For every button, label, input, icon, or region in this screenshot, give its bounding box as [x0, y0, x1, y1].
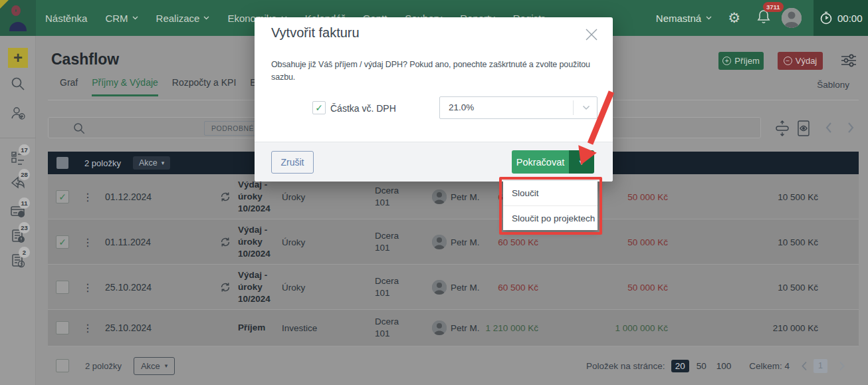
actions-dropdown-footer[interactable]: Akce▾: [134, 357, 175, 375]
select-all-checkbox-footer[interactable]: [56, 359, 69, 372]
continue-dropdown-toggle[interactable]: ▼: [569, 150, 594, 174]
menu-item-sloucit-po-projektech[interactable]: Sloučit po projektech: [503, 205, 597, 230]
filter-icon[interactable]: [841, 53, 857, 68]
timer-value: 00:00: [837, 13, 863, 24]
cancel-button[interactable]: Zrušit: [271, 151, 314, 174]
vat-checkbox-label: Částka vč. DPH: [330, 103, 396, 114]
add-new-button[interactable]: +: [8, 48, 28, 68]
chevron-left-icon[interactable]: [825, 122, 833, 134]
per-page-option-50[interactable]: 50: [694, 360, 709, 372]
avatar: [432, 235, 447, 249]
caret-down-icon: ▾: [165, 362, 168, 369]
amount-gross: 60 500 Kč: [498, 282, 538, 292]
app-logo[interactable]: [0, 0, 36, 36]
tab-graf[interactable]: Graf: [60, 77, 78, 96]
kebab-menu-icon[interactable]: ⋮: [82, 190, 93, 203]
vat-rate-select[interactable]: 21.0%: [439, 96, 597, 119]
per-page-option-100[interactable]: 100: [714, 360, 734, 372]
avatar: [432, 280, 447, 295]
nav-right-cluster: Nemastná ⚙ 3711 00:00: [656, 0, 868, 36]
sidebar-search-button[interactable]: [10, 76, 26, 92]
selection-count: 2 položky: [84, 158, 121, 168]
row-category: Úroky: [282, 192, 305, 201]
row-checkbox[interactable]: ✓: [56, 235, 69, 249]
nav-item-label: Realizace: [156, 13, 200, 24]
timer-icon: [819, 11, 833, 25]
amount-gross: 60 500 Kč: [498, 237, 538, 247]
nav-item-realizace[interactable]: Realizace: [156, 13, 210, 24]
chevron-right-icon[interactable]: [847, 122, 855, 134]
recurring-indicator: [219, 191, 231, 203]
amount-vat: 210 000 Kč: [773, 323, 818, 333]
avatar: [432, 190, 447, 204]
recurring-indicator: [219, 236, 231, 248]
per-page-label: Položek na stránce:: [586, 361, 665, 371]
vat-rate-value: 21.0%: [449, 102, 474, 112]
continue-options-menu: SloučitSloučit po projektech: [503, 181, 597, 230]
row-checkbox[interactable]: [56, 281, 69, 294]
avatar[interactable]: [782, 8, 802, 28]
page-title: Cashflow: [51, 51, 119, 68]
tab-templates[interactable]: Šablony: [817, 80, 849, 90]
close-icon[interactable]: [585, 28, 598, 41]
row-checkbox[interactable]: ✓: [56, 190, 69, 203]
avatar: [432, 321, 447, 335]
select-all-checkbox[interactable]: [56, 157, 68, 169]
time-tracker[interactable]: 00:00: [814, 0, 868, 36]
kebab-menu-icon[interactable]: ⋮: [82, 322, 93, 334]
vat-included-checkbox[interactable]: ✓: [312, 101, 326, 114]
kebab-menu-icon[interactable]: ⋮: [82, 281, 93, 293]
page-next-icon[interactable]: [839, 361, 845, 371]
sidebar-documents-pending-button[interactable]: 2: [10, 253, 26, 269]
continue-button[interactable]: Pokračovat: [512, 150, 569, 174]
add-expense-button[interactable]: − Výdaj: [778, 52, 823, 70]
row-name[interactable]: Příjem: [238, 322, 280, 334]
recurring-icon: [219, 281, 231, 293]
user-name: Nemastná: [656, 13, 701, 24]
current-page[interactable]: 1: [814, 359, 827, 373]
menu-item-sloucit[interactable]: Sloučit: [503, 181, 597, 205]
logo-corner-flag: [0, 0, 9, 9]
row-owner: Petr M.: [451, 323, 480, 333]
notification-badge: 3711: [763, 2, 784, 12]
add-income-button[interactable]: + Příjem: [718, 52, 764, 70]
row-owner: Petr M.: [451, 282, 480, 292]
actions-dropdown[interactable]: Akce▾: [133, 156, 170, 170]
sidebar-documents-alert-button[interactable]: 23: [10, 228, 26, 244]
row-date: 01.12.2024: [105, 192, 152, 202]
row-height-icon[interactable]: [775, 120, 790, 136]
row-project: Dcera 101: [375, 316, 407, 340]
modal-footer: Zrušit Pokračovat ▼: [255, 142, 613, 182]
tab-prijmy-vydaje[interactable]: Příjmy & Výdaje: [92, 77, 158, 96]
row-name[interactable]: Výdaj - úroky 10/2024: [238, 223, 280, 260]
nav-item-nastenka[interactable]: Nástěnka: [45, 13, 87, 24]
sidebar-payments-button[interactable]: 11: [10, 203, 26, 219]
select-divider: [573, 100, 574, 115]
notifications-button[interactable]: 3711: [756, 9, 771, 27]
documents-alert-badge: 23: [19, 222, 30, 233]
search-icon: [72, 122, 86, 135]
gear-icon[interactable]: ⚙: [728, 10, 740, 26]
per-page-option-20[interactable]: 20: [671, 360, 689, 372]
row-checkbox[interactable]: [56, 321, 69, 334]
documents-pending-badge: 2: [19, 247, 30, 258]
user-menu[interactable]: Nemastná: [656, 13, 712, 24]
chevron-down-icon: [132, 16, 138, 20]
row-name[interactable]: Výdaj - úroky 10/2024: [238, 178, 280, 215]
tab-rozpocty-a-kpi[interactable]: Rozpočty a KPI: [172, 77, 237, 96]
amount-vat: 10 500 Kč: [778, 282, 818, 292]
amount-vat: 10 500 Kč: [778, 192, 818, 201]
sidebar-approvals-button[interactable]: 28: [10, 175, 26, 191]
kebab-menu-icon[interactable]: ⋮: [82, 235, 93, 248]
eye-columns-icon[interactable]: [796, 120, 811, 137]
recurring-icon: [219, 236, 231, 248]
modal-description: Obsahuje již Váš příjem / výdaj DPH? Pok…: [271, 59, 598, 84]
add-contact-button[interactable]: [10, 105, 26, 121]
transactions-table: ✓⋮01.12.2024Výdaj - úroky 10/2024ÚrokyDc…: [48, 174, 859, 346]
sidebar-tasks-button[interactable]: 17: [10, 150, 26, 166]
row-project: Dcera 101: [375, 229, 407, 253]
row-owner: Petr M.: [451, 192, 480, 201]
row-name[interactable]: Výdaj - úroky 10/2024: [238, 269, 280, 305]
nav-item-crm[interactable]: CRM: [105, 13, 138, 24]
page-prev-icon[interactable]: [801, 361, 808, 371]
